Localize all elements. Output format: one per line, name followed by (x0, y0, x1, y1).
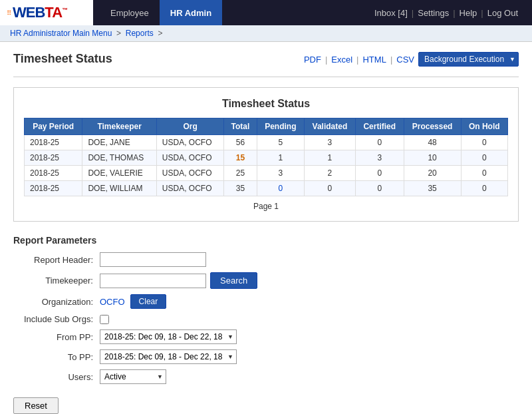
users-row: Users: Active Inactive All (13, 369, 519, 384)
col-org: Org (156, 118, 223, 135)
clear-button[interactable]: Clear (130, 294, 167, 309)
breadcrumb: HR Administrator Main Menu > Reports > (0, 25, 532, 42)
organization-label: Organization: (13, 297, 100, 307)
logo-dots-icon: ⠿ (7, 9, 11, 17)
cell-certified: 3 (355, 150, 404, 166)
to-pp-select[interactable]: 2018-25: Dec 09, 18 - Dec 22, 18 (100, 349, 237, 364)
logout-link[interactable]: Log Out (483, 8, 522, 18)
cell-pay-period: 2018-25 (25, 135, 82, 150)
include-sub-orgs-checkbox[interactable] (100, 315, 109, 324)
cell-pay-period: 2018-25 (25, 181, 82, 196)
params-title: Report Parameters (13, 235, 519, 246)
breadcrumb-reports-link[interactable]: Reports (126, 29, 154, 38)
report-section: Timesheet Status Pay Period Timekeeper O… (13, 87, 519, 222)
cell-on-hold: 0 (461, 150, 507, 166)
to-pp-select-wrapper: 2018-25: Dec 09, 18 - Dec 22, 18 (100, 349, 237, 364)
to-pp-label: To PP: (13, 352, 100, 362)
reset-button[interactable]: Reset (13, 397, 59, 414)
breadcrumb-home-link[interactable]: HR Administrator Main Menu (10, 29, 112, 38)
cell-org: USDA, OCFO (156, 166, 223, 181)
cell-timekeeper: DOE, THOMAS (82, 150, 156, 166)
cell-total: 15 (224, 150, 257, 166)
to-pp-row: To PP: 2018-25: Dec 09, 18 - Dec 22, 18 (13, 349, 519, 364)
cell-timekeeper: DOE, WILLIAM (82, 181, 156, 196)
table-header-row: Pay Period Timekeeper Org Total Pending … (25, 118, 508, 135)
report-table: Pay Period Timekeeper Org Total Pending … (24, 118, 508, 196)
from-pp-select-wrapper: 2018-25: Dec 09, 18 - Dec 22, 18 (100, 329, 237, 344)
cell-pay-period: 2018-25 (25, 150, 82, 166)
cell-timekeeper: DOE, JANE (82, 135, 156, 150)
cell-validated: 3 (304, 135, 355, 150)
cell-pending: 5 (257, 135, 304, 150)
export-sep2: | (356, 55, 358, 65)
nav-right: Inbox [4] | Settings | Help | Log Out (370, 0, 532, 25)
report-header-row: Report Header: (13, 252, 519, 267)
table-row: 2018-25DOE, VALERIEUSDA, OCFO25320200 (25, 166, 508, 181)
cell-certified: 0 (355, 135, 404, 150)
export-pdf-link[interactable]: PDF (304, 55, 321, 65)
col-timekeeper: Timekeeper (82, 118, 156, 135)
col-certified: Certified (355, 118, 404, 135)
export-excel-link[interactable]: Excel (331, 55, 352, 65)
include-sub-orgs-label: Include Sub Orgs: (13, 314, 100, 324)
organization-value: OCFO (100, 297, 125, 307)
table-row: 2018-25DOE, WILLIAMUSDA, OCFO35000350 (25, 181, 508, 196)
col-processed: Processed (404, 118, 461, 135)
search-button[interactable]: Search (210, 272, 257, 289)
export-csv-link[interactable]: CSV (396, 55, 414, 65)
page-title: Timesheet Status (13, 52, 112, 66)
table-row: 2018-25DOE, THOMASUSDA, OCFO15113100 (25, 150, 508, 166)
cell-org: USDA, OCFO (156, 135, 223, 150)
cell-total: 25 (224, 166, 257, 181)
col-on-hold: On Hold (461, 118, 507, 135)
cell-certified: 0 (355, 181, 404, 196)
report-section-title: Timesheet Status (24, 98, 508, 110)
cell-on-hold: 0 (461, 135, 507, 150)
from-pp-row: From PP: 2018-25: Dec 09, 18 - Dec 22, 1… (13, 329, 519, 344)
cell-pay-period: 2018-25 (25, 166, 82, 181)
cell-processed: 35 (404, 181, 461, 196)
cell-pending: 1 (257, 150, 304, 166)
timekeeper-input[interactable] (100, 274, 206, 288)
bg-exec-select[interactable]: Background Execution (418, 52, 519, 67)
export-html-link[interactable]: HTML (362, 55, 386, 65)
logo-tm: ™ (62, 7, 67, 13)
page-indicator: Page 1 (24, 202, 508, 211)
logo-area: ⠿ WEBTA™ (0, 0, 93, 25)
users-label: Users: (13, 372, 100, 382)
main-content: Timesheet Status PDF | Excel | HTML | CS… (0, 42, 532, 414)
from-pp-select[interactable]: 2018-25: Dec 09, 18 - Dec 22, 18 (100, 329, 237, 344)
settings-link[interactable]: Settings (414, 8, 453, 18)
cell-validated: 0 (304, 181, 355, 196)
cell-org: USDA, OCFO (156, 150, 223, 166)
inbox-link[interactable]: Inbox [4] (370, 8, 412, 18)
bottom-buttons: Reset Run Report Cancel (13, 397, 519, 414)
cell-pending: 0 (257, 181, 304, 196)
nav-tabs: Employee HR Admin (100, 0, 222, 25)
cell-processed: 48 (404, 135, 461, 150)
users-select[interactable]: Active Inactive All (100, 369, 166, 384)
cell-total: 56 (224, 135, 257, 150)
page-header-row: Timesheet Status PDF | Excel | HTML | CS… (13, 52, 519, 67)
report-header-label: Report Header: (13, 255, 100, 265)
cell-total: 35 (224, 181, 257, 196)
col-pay-period: Pay Period (25, 118, 82, 135)
from-pp-label: From PP: (13, 332, 100, 342)
logo-text: WEBTA™ (13, 4, 67, 21)
col-validated: Validated (304, 118, 355, 135)
header-divider (13, 77, 519, 77)
users-select-wrapper: Active Inactive All (100, 369, 166, 384)
cell-certified: 0 (355, 166, 404, 181)
params-section: Report Parameters Report Header: Timekee… (13, 235, 519, 384)
help-link[interactable]: Help (456, 8, 481, 18)
cell-validated: 2 (304, 166, 355, 181)
export-sep3: | (390, 55, 392, 65)
table-row: 2018-25DOE, JANEUSDA, OCFO56530480 (25, 135, 508, 150)
nav-tab-hradmin[interactable]: HR Admin (160, 0, 222, 25)
cell-processed: 10 (404, 150, 461, 166)
nav-tab-employee[interactable]: Employee (100, 0, 160, 25)
report-header-input[interactable] (100, 252, 206, 267)
organization-row: Organization: OCFO Clear (13, 294, 519, 309)
top-navbar: ⠿ WEBTA™ Employee HR Admin Inbox [4] | S… (0, 0, 532, 25)
timekeeper-row: Timekeeper: Search (13, 272, 519, 289)
